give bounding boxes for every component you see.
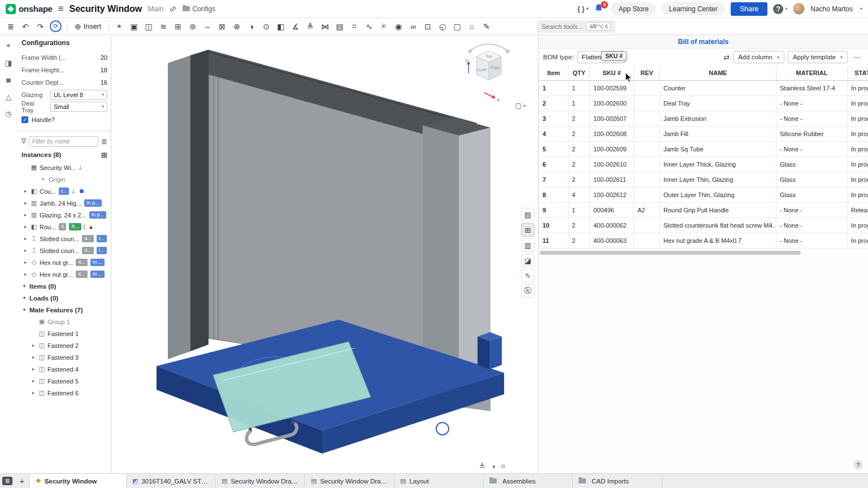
orbit-tool-icon[interactable]: ⟳ — [50, 20, 62, 32]
tree-item-origin[interactable]: ⌖Origin — [21, 173, 107, 185]
bom-row[interactable]: 42100-002608Jamb FillSilicone RubberIn p… — [539, 126, 868, 141]
measure-icon[interactable]: ∡ — [288, 20, 303, 33]
tree-item-hex-nut-gr[interactable]: ▸◇Hex nut gr...4...In ... — [21, 268, 107, 280]
chevron-down-icon[interactable] — [860, 6, 862, 11]
snap-mode-icon[interactable]: ≋ — [156, 20, 171, 33]
tree-item-fastened-2[interactable]: ▸◫Fastened 2 — [21, 339, 107, 351]
expand-icon[interactable]: ▸ — [31, 367, 36, 372]
view-cube[interactable]: Top Front Right Z X — [461, 40, 517, 103]
feature-script-icon[interactable] — [578, 5, 589, 13]
spring-icon[interactable]: ∿ — [362, 20, 376, 33]
appearance-panel-icon[interactable]: ✎ — [521, 269, 535, 282]
expand-icon[interactable]: ▸ — [23, 189, 28, 194]
expand-icon[interactable]: ▸ — [23, 201, 28, 206]
belt-icon[interactable]: ∞ — [406, 20, 420, 33]
simulation-icon[interactable]: ◵ — [435, 20, 450, 33]
config-field-value[interactable]: 18 — [101, 67, 107, 73]
gear-icon[interactable]: ⍟ — [376, 20, 391, 33]
tree-item-rou[interactable]: ▸◧Rou...0R...(.▲ — [21, 221, 107, 233]
expand-icon[interactable]: ▸ — [31, 343, 36, 348]
redo-icon[interactable]: ↷ — [33, 20, 47, 33]
tree-item-fastened-5[interactable]: ▸◫Fastened 5 — [21, 375, 107, 387]
named-positions-icon[interactable]: ⓚ — [521, 284, 535, 298]
bom-row[interactable]: 32100-002607Jamb Extrusion- None -In pro… — [539, 111, 868, 126]
flattened-view-icon[interactable] — [723, 53, 730, 62]
app-store-button[interactable]: App Store — [611, 2, 656, 15]
expand-icon[interactable]: ▸ — [31, 378, 36, 384]
stamp-icon[interactable]: ⊡ — [420, 20, 435, 33]
group-icon[interactable]: ▣ — [127, 20, 141, 33]
expand-icon[interactable]: ▸ — [23, 260, 28, 265]
tag-icon[interactable]: ⌂ — [465, 20, 479, 33]
help-menu[interactable] — [773, 4, 787, 14]
tab-layout[interactable]: ▤Layout — [394, 474, 484, 488]
tree-item-fastened-3[interactable]: ▸◫Fastened 3 — [21, 351, 107, 363]
tab-assemblies[interactable]: Assemblies — [484, 474, 573, 488]
config-select-deal-tray[interactable]: Small — [50, 102, 107, 112]
config-field-value[interactable]: 20 — [101, 54, 107, 61]
tree-item-slotted-coun[interactable]: ▸⌶Slotted coun...4...I... — [21, 233, 107, 245]
assembly-structure-icon[interactable]: ≣ — [3, 20, 18, 33]
tab-3016t140-galv-stl-e[interactable]: ◩3016T140_GALV STL E... — [127, 474, 216, 488]
checkbox-checked-icon[interactable] — [21, 116, 28, 123]
expand-icon[interactable]: ▸ — [23, 248, 28, 253]
bom-col-state[interactable]: STATE — [848, 66, 868, 80]
share-button[interactable]: Share — [731, 2, 767, 16]
comments-icon[interactable]: ◙ — [2, 73, 15, 86]
bom-row[interactable]: 112400-000063Hex nut grade A & B M4x0.7-… — [539, 233, 868, 248]
tree-item-slotted-coun[interactable]: ▸⌶Slotted coun...4...I... — [21, 245, 107, 256]
measure-icon[interactable]: ⌗ — [501, 462, 505, 471]
bom-row[interactable]: 72100-002611Inner Layer Thin, GlazingGla… — [539, 172, 868, 187]
add-column-button[interactable]: Add column — [733, 51, 784, 63]
collapse-icon[interactable]: ▾ — [21, 295, 27, 300]
tab-security-window[interactable]: ❖Security Window — [29, 474, 127, 488]
tab-security-window-drawi[interactable]: ▤Security Window Drawi... — [305, 474, 394, 488]
tree-item-group-1[interactable]: ▣Group 1 — [21, 316, 107, 328]
undo-icon[interactable]: ↶ — [18, 20, 33, 33]
frame-icon[interactable]: ⌗ — [347, 20, 362, 33]
named-positions-icon[interactable]: ⊙ — [259, 20, 274, 33]
bom-col-rev[interactable]: REV — [634, 66, 660, 80]
tree-item-fastened-4[interactable]: ▸◫Fastened 4 — [21, 363, 107, 375]
tree-item-hex-nut-gr[interactable]: ▸◇Hex nut gr...4...In ... — [21, 256, 107, 268]
bom-col-sku[interactable]: SKU # — [590, 66, 634, 80]
linear-pattern-icon[interactable]: ⊞ — [171, 20, 185, 33]
bom-row[interactable]: 91000496A2Round Grip Pull Handle- None -… — [539, 202, 868, 217]
expand-icon[interactable]: ▸ — [23, 212, 28, 217]
configuration-tables-icon[interactable]: ▥ — [521, 238, 535, 252]
onshape-logo[interactable]: onshape — [6, 4, 53, 14]
tree-item-fastened-1[interactable]: ◫Fastened 1 — [21, 328, 107, 339]
instances-header[interactable]: Instances (8) — [21, 148, 107, 162]
viewcube-top-label[interactable]: Top — [485, 54, 492, 59]
bom-row[interactable]: 84100-002612Outer Layer Thin, GlazingGla… — [539, 187, 868, 202]
mass-properties-icon[interactable]: ≜ — [303, 20, 318, 33]
config-field-value[interactable]: 16 — [101, 79, 107, 86]
follow-mode-icon[interactable]: ⌖ — [2, 40, 15, 52]
add-tab-icon[interactable] — [15, 474, 29, 488]
filter-input[interactable] — [29, 136, 98, 147]
section-items-0[interactable]: ▾Items (0) — [21, 280, 107, 292]
tree-item-fastened-6[interactable]: ▸◫Fastened 6 — [21, 387, 107, 399]
tab-security-window-drawi[interactable]: ▤Security Window Drawi... — [216, 474, 305, 488]
bom-row[interactable]: 62100-002610Inner Layer Thick, GlazingGl… — [539, 156, 868, 172]
insert-instance-icon[interactable] — [101, 151, 107, 159]
expand-icon[interactable]: ▸ — [23, 224, 28, 229]
history-icon[interactable]: ◷ — [2, 107, 15, 120]
tool-search[interactable]: Search tools... alt/⌥ c — [537, 20, 615, 33]
config-select-glazing[interactable]: UL Level 8 — [50, 90, 107, 100]
apply-template-button[interactable]: Apply template — [788, 51, 848, 63]
user-name[interactable]: Nacho Martos — [810, 5, 853, 13]
handle-checkbox-row[interactable]: Handle? — [21, 114, 107, 126]
interference-icon[interactable]: ⋈ — [318, 20, 332, 33]
section-view-icon[interactable]: ◧ — [274, 20, 288, 33]
display-states-icon[interactable]: ◑ — [244, 20, 259, 33]
display-options-icon[interactable]: ◑ — [491, 462, 496, 471]
sheet-metal-icon[interactable]: ▤ — [332, 20, 347, 33]
main-menu-icon[interactable] — [58, 3, 64, 15]
avatar[interactable] — [793, 3, 805, 15]
bom-hscroll-thumb[interactable] — [540, 251, 801, 255]
viewport-3d[interactable]: Top Front Right Z X ▤⊞▥◪✎ⓚ ≜◑⌗ — [111, 35, 538, 473]
more-options-icon[interactable] — [851, 53, 863, 62]
expand-icon[interactable]: ▸ — [23, 236, 28, 241]
learning-center-button[interactable]: Learning Center — [662, 2, 725, 15]
